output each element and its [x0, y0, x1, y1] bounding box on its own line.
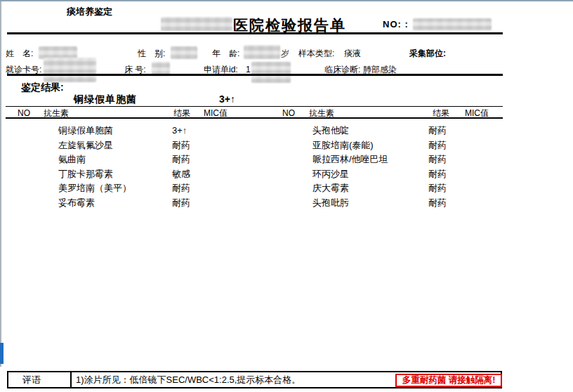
antibiotic-name: 氨曲南 [58, 155, 86, 164]
redacted-report-no [413, 18, 492, 30]
age-unit: 岁 [281, 49, 289, 58]
antibiotic-name: 亚胺培南(泰能) [312, 141, 374, 150]
antibiotic-name: 左旋氧氟沙星 [58, 141, 113, 150]
diagnosis-label: 临床诊断: [324, 65, 360, 74]
col-header-result-right: 结果 [433, 109, 449, 117]
col-header-no-right: NO [282, 109, 295, 117]
header-rule [7, 32, 503, 34]
redacted-gender [171, 46, 197, 59]
antibiotic-result: 耐药 [172, 183, 190, 192]
scrollbar-thumb[interactable] [0, 343, 4, 364]
antibiotic-result: 耐药 [428, 126, 447, 135]
antibiotic-result: 耐药 [428, 183, 447, 192]
identification-section-label: 鉴定结果: [21, 82, 64, 92]
card-no-label: 就诊卡号: [6, 65, 41, 74]
antibiotic-result: 耐药 [428, 198, 447, 207]
mdr-warning-text: 多重耐药菌 请接触隔离! [402, 374, 496, 386]
gender-label: 性 别: [138, 49, 165, 58]
comment-box-divider [70, 371, 72, 388]
name-label: 姓 名: [6, 49, 33, 58]
col-header-mic-left: MIC值 [204, 109, 228, 117]
col-header-result-left: 结果 [173, 109, 190, 117]
sample-type-value: 痰液 [344, 49, 361, 58]
organism-name: 铜绿假单胞菌 [74, 94, 137, 104]
request-id-value: 1 [246, 65, 251, 74]
window-left-border [0, 1, 1, 367]
lab-report-window: 痰培养鉴定 医院检验报告单 NO: : 姓 名: 性 别: 年 龄: 岁 样本类… [0, 0, 573, 392]
antibiotic-result: 敏感 [172, 169, 190, 178]
age-label: 年 龄: [212, 49, 239, 58]
report-type-label: 痰培养鉴定 [67, 7, 112, 16]
request-id-label: 申请单id: [204, 65, 238, 74]
table-header-rule [6, 117, 503, 119]
mdr-warning-box: 多重耐药菌 请接触隔离! [395, 374, 502, 387]
patient-info-rule [7, 74, 503, 76]
antibiotic-name: 头孢吡肟 [312, 198, 349, 207]
redacted-hospital-name [161, 17, 232, 31]
antibiotic-name: 庆大霉素 [312, 183, 349, 192]
antibiotic-name: 哌拉西林/他唑巴坦 [312, 155, 388, 164]
collection-site-label: 采集部位: [409, 49, 446, 58]
antibiotic-name: 铜绿假单胞菌 [58, 126, 113, 135]
comment-text: 1)涂片所见：低倍镜下SEC/WBC<1:2.5,提示标本合格。 [76, 375, 301, 384]
window-top-border [0, 0, 573, 1]
antibiotic-result: 3+↑ [172, 126, 187, 135]
col-header-no-left: NO [18, 109, 30, 117]
redacted-age [244, 45, 280, 59]
table-top-rule [6, 106, 503, 107]
diagnosis-value: 肺部感染 [363, 65, 397, 74]
organism-growth: 3+↑ [219, 94, 235, 104]
redacted-request-id [251, 62, 291, 83]
antibiotic-result: 耐药 [172, 198, 190, 207]
antibiotic-result: 耐药 [428, 141, 447, 150]
bed-no-label: 床 号: [124, 65, 146, 74]
col-header-mic-right: MIC值 [465, 109, 489, 117]
col-header-antibiotic-right: 抗生素 [309, 109, 334, 117]
comment-label: 评语 [22, 375, 41, 384]
sample-type-label: 样本类型: [298, 49, 334, 58]
redacted-card-no [44, 58, 96, 82]
antibiotic-name: 头孢他啶 [312, 126, 349, 135]
col-header-antibiotic-left: 抗生素 [44, 109, 69, 117]
antibiotic-name: 丁胺卡那霉素 [58, 169, 113, 178]
antibiotic-result: 耐药 [172, 155, 190, 164]
antibiotic-result: 耐药 [172, 141, 190, 150]
report-no-label: NO: : [383, 20, 409, 29]
antibiotic-name: 环丙沙星 [312, 169, 349, 178]
antibiotic-name: 美罗培南（美平） [58, 183, 131, 192]
antibiotic-name: 妥布霉素 [58, 198, 95, 207]
antibiotic-result: 耐药 [428, 169, 447, 178]
antibiotic-result: 耐药 [428, 155, 447, 164]
